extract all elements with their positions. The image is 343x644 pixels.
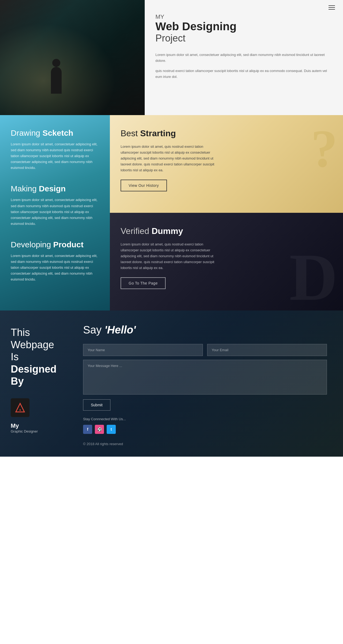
feature-best-starting: Best Strarting Lorem ipsum dolor sit ame…	[110, 115, 343, 213]
stay-connected-label: Stay Connnected With Us...	[83, 417, 327, 421]
hamburger-line-3	[329, 9, 335, 10]
feature-verified-desc: Lorem ipsum dolor sit amet, quis nostrud…	[121, 241, 222, 271]
hero-description: Lorem ipsum dolor sit amet, consectetuer…	[155, 52, 332, 80]
feature-drawing-title: Drawing Scketch	[11, 128, 99, 138]
features-left-panel: Drawing Scketch Lorem ipsum dolor sit am…	[0, 115, 110, 310]
contact-right-panel: Say 'Hello' Submit Stay Connnected With …	[72, 310, 343, 457]
feature-developing-title: Developing Product	[11, 240, 99, 249]
social-icons-group: f ⚽ t	[83, 425, 327, 434]
go-to-page-button[interactable]: Go To The Page	[121, 277, 166, 289]
hero-title-top: MY	[155, 13, 332, 20]
hero-title-sub: Project	[155, 33, 332, 44]
feature-best-starting-title: Best Strarting	[121, 128, 332, 138]
contact-subtitle: Graphic Designer	[11, 429, 64, 433]
contact-tagline: This WebpageIs DesignedBy	[11, 327, 64, 388]
contact-section: This WebpageIs DesignedBy My Graphic Des…	[0, 310, 343, 457]
hero-section: MY Web Designing Project Lorem ipsum dol…	[0, 0, 343, 115]
copyright-text: © 2018 All rights reserved	[83, 442, 327, 446]
form-name-email-row	[83, 344, 327, 356]
hero-content: MY Web Designing Project Lorem ipsum dol…	[145, 0, 343, 115]
twitter-icon[interactable]: t	[107, 425, 116, 434]
contact-name: My	[11, 422, 64, 429]
logo-box	[11, 398, 29, 417]
hero-image	[0, 0, 145, 115]
contact-left-panel: This WebpageIs DesignedBy My Graphic Des…	[0, 310, 72, 457]
hero-desc-1: Lorem ipsum dolor sit amet, consectetuer…	[155, 52, 332, 64]
dribbble-icon[interactable]: ⚽	[95, 425, 104, 434]
hamburger-line-1	[329, 5, 335, 6]
feature-drawing: Drawing Scketch Lorem ipsum dolor sit am…	[11, 128, 99, 171]
logo-icon	[15, 402, 25, 413]
features-section: Drawing Scketch Lorem ipsum dolor sit am…	[0, 115, 343, 310]
feature-best-starting-desc: Lorem ipsum dolor sit amet, quis nostrud…	[121, 144, 222, 173]
name-input[interactable]	[83, 344, 203, 356]
submit-button[interactable]: Submit	[83, 399, 110, 411]
email-input[interactable]	[207, 344, 327, 356]
feature-verified-dummy: Verified Dummy Lorem ipsum dolor sit ame…	[110, 213, 343, 310]
feature-drawing-desc: Lorem ipsum dolor sit amet, consectetuer…	[11, 141, 99, 171]
facebook-icon[interactable]: f	[83, 425, 92, 434]
view-history-button[interactable]: View Our History	[121, 180, 167, 191]
feature-developing: Developing Product Lorem ipsum dolor sit…	[11, 240, 99, 282]
hamburger-line-2	[329, 7, 335, 8]
say-hello-heading: Say 'Hello'	[83, 324, 327, 336]
hero-desc-2: quis nostrud exerci tation ullamcorper s…	[155, 68, 332, 80]
hamburger-menu[interactable]	[329, 5, 335, 10]
message-textarea[interactable]	[83, 360, 327, 395]
hero-title-main: Web Designing	[155, 20, 332, 33]
feature-developing-desc: Lorem ipsum dolor sit amet, consectetuer…	[11, 253, 99, 282]
feature-design-title: Making Design	[11, 184, 99, 193]
feature-verified-title: Verified Dummy	[121, 226, 332, 236]
hero-image-overlay	[0, 0, 145, 115]
feature-design-desc: Lorem ipsum dolor sit amet, consectetuer…	[11, 197, 99, 226]
hero-figure	[48, 56, 64, 94]
feature-design: Making Design Lorem ipsum dolor sit amet…	[11, 184, 99, 226]
features-right-panel: Best Strarting Lorem ipsum dolor sit ame…	[110, 115, 343, 310]
